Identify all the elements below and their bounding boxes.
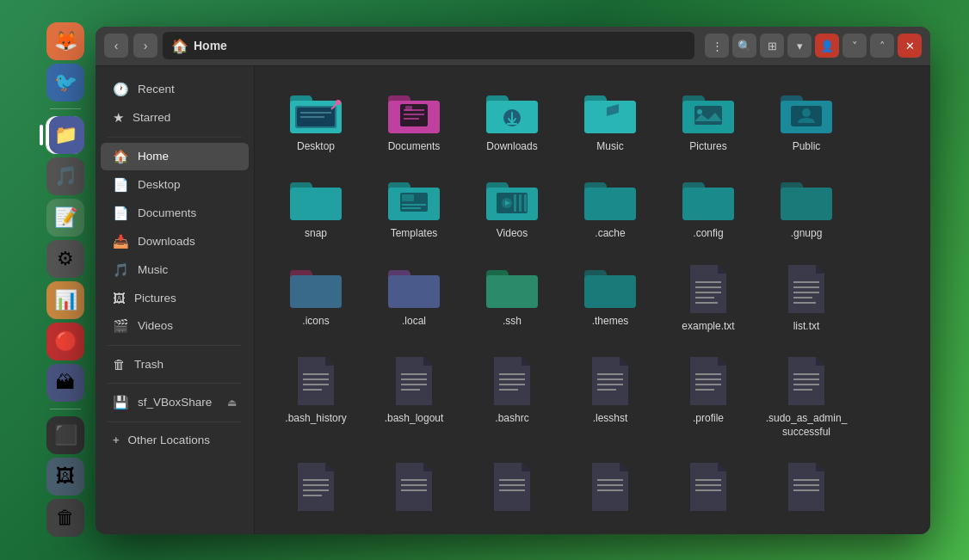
dock-icon-settings[interactable]: ⚙ — [46, 240, 84, 278]
recent-icon: 🕐 — [113, 82, 129, 97]
file-item-gnupg[interactable]: .gnupg — [759, 167, 854, 248]
text-file-icon-profile — [687, 355, 730, 407]
text-file-icon-example — [687, 263, 730, 315]
file-label: .gnupg — [791, 227, 823, 241]
text-file-icon-list — [785, 263, 828, 315]
dock-icon-libreoffice[interactable]: 📊 — [46, 281, 84, 319]
sidebar-item-videos[interactable]: 🎬 Videos — [101, 312, 249, 340]
search-button[interactable]: 🔍 — [732, 34, 756, 58]
dock-icon-thunderbird[interactable]: 🐦 — [46, 64, 84, 102]
folder-icon-cache — [583, 175, 638, 222]
file-item-config[interactable]: .config — [661, 167, 756, 248]
music-icon: 🎵 — [113, 262, 129, 278]
file-item-icons[interactable]: .icons — [268, 255, 363, 341]
text-file-icon-extra3 — [491, 461, 534, 513]
file-label: Templates — [391, 227, 438, 241]
sidebar-item-vboxshare[interactable]: 💾 sf_VBoxShare ⏏ — [101, 389, 249, 416]
sidebar-item-trash[interactable]: 🗑 Trash — [101, 351, 249, 378]
home-icon: 🏠 — [171, 38, 188, 54]
file-item-snap[interactable]: snap — [268, 167, 363, 248]
folder-icon-snap — [288, 175, 343, 222]
address-bar[interactable]: 🏠 Home — [163, 32, 694, 59]
file-item-lesshst[interactable]: .lesshst — [563, 347, 657, 446]
svg-point-19 — [802, 108, 811, 117]
file-item-list-txt[interactable]: list.txt — [759, 255, 854, 341]
dock-icon-firefox[interactable]: 🦊 — [46, 22, 84, 60]
file-item-documents[interactable]: Documents — [367, 80, 461, 161]
videos-icon: 🎬 — [113, 318, 129, 334]
svg-rect-28 — [524, 194, 527, 212]
file-label: Public — [793, 140, 821, 154]
main-content: 🕐 Recent ★ Starred 🏠 Home 📄 Desktop 📄 Do… — [96, 66, 930, 534]
text-file-icon-extra6 — [785, 461, 828, 513]
chevron-down-button[interactable]: ˅ — [842, 34, 867, 58]
dock-icon-mountainduck[interactable]: 🏔 — [46, 364, 84, 402]
file-item-extra5[interactable] — [661, 452, 756, 525]
sidebar-item-starred[interactable]: ★ Starred — [101, 104, 249, 132]
starred-icon: ★ — [113, 110, 124, 126]
sidebar-item-documents[interactable]: 📄 Documents — [101, 200, 249, 227]
file-item-extra2[interactable] — [367, 452, 461, 525]
file-label: .icons — [302, 315, 329, 329]
text-file-icon-bash-logout — [392, 355, 435, 407]
file-item-sudo-successful[interactable]: .sudo_as_admin_successful — [759, 347, 854, 446]
sidebar-item-home[interactable]: 🏠 Home — [101, 143, 249, 170]
sidebar-item-desktop[interactable]: 📄 Desktop — [101, 171, 249, 199]
file-item-videos[interactable]: Videos — [465, 167, 559, 248]
dock-separator-1 — [50, 108, 81, 109]
file-item-extra6[interactable] — [759, 452, 854, 525]
avatar-button[interactable]: 👤 — [815, 34, 839, 58]
files-grid: Desktop Documents — [268, 80, 917, 526]
dock-icon-docs[interactable]: 📝 — [46, 199, 84, 237]
file-item-extra3[interactable] — [465, 452, 559, 525]
file-label: .config — [693, 227, 723, 241]
sidebar-item-pictures[interactable]: 🖼 Pictures — [101, 285, 249, 311]
file-item-desktop[interactable]: Desktop — [268, 80, 363, 161]
sidebar-item-recent[interactable]: 🕐 Recent — [101, 76, 249, 103]
view-dropdown-button[interactable]: ▾ — [787, 34, 812, 58]
file-item-bashrc[interactable]: .bashrc — [465, 347, 559, 446]
file-item-bash-history[interactable]: .bash_history — [268, 347, 363, 446]
sidebar-label-home: Home — [138, 150, 169, 163]
sidebar-separator-2 — [108, 345, 242, 346]
dock-icon-terminal[interactable]: ⬛ — [46, 416, 84, 454]
file-item-downloads[interactable]: Downloads — [465, 80, 559, 161]
file-item-profile[interactable]: .profile — [661, 347, 756, 446]
svg-rect-16 — [694, 106, 722, 125]
forward-button[interactable]: › — [133, 34, 157, 58]
file-item-themes[interactable]: .themes — [563, 255, 657, 341]
file-item-bash-logout[interactable]: .bash_logout — [367, 347, 461, 446]
file-item-ssh[interactable]: .ssh — [465, 255, 559, 341]
file-item-cache[interactable]: .cache — [563, 167, 657, 248]
svg-point-4 — [336, 100, 341, 105]
eject-icon[interactable]: ⏏ — [227, 397, 237, 409]
folder-icon-themes — [583, 263, 638, 310]
svg-rect-5 — [400, 104, 428, 126]
dock-icon-trash[interactable]: 🗑 — [46, 499, 84, 537]
file-manager-window: ‹ › 🏠 Home ⋮ 🔍 ⊞ ▾ 👤 ˅ ˄ ✕ 🕐 Recent ★ — [96, 27, 930, 534]
file-item-extra4[interactable] — [563, 452, 657, 525]
sidebar-label-starred: Starred — [133, 111, 170, 124]
file-item-extra1[interactable] — [268, 452, 363, 525]
back-button[interactable]: ‹ — [104, 34, 128, 58]
sidebar-item-music[interactable]: 🎵 Music — [101, 256, 249, 284]
files-area: Desktop Documents — [255, 66, 930, 534]
sidebar-item-other[interactable]: + Other Locations — [101, 428, 249, 452]
sidebar-item-downloads[interactable]: 📥 Downloads — [101, 228, 249, 255]
dock-icon-files[interactable]: 📁 — [46, 116, 84, 154]
file-item-music[interactable]: Music — [563, 80, 657, 161]
file-item-templates[interactable]: Templates — [367, 167, 461, 248]
menu-button[interactable]: ⋮ — [705, 34, 729, 58]
dock-icon-rhythmbox[interactable]: 🎵 — [46, 157, 84, 195]
chevron-up-button[interactable]: ˄ — [870, 34, 894, 58]
svg-point-14 — [602, 120, 608, 126]
dock-icon-shotwell[interactable]: 🖼 — [46, 458, 84, 495]
dock-icon-liferea[interactable]: 🔴 — [46, 323, 84, 360]
file-item-example-txt[interactable]: example.txt — [661, 255, 756, 341]
file-item-public[interactable]: Public — [759, 80, 854, 161]
view-toggle-button[interactable]: ⊞ — [760, 34, 784, 58]
close-button[interactable]: ✕ — [898, 34, 922, 58]
file-item-pictures[interactable]: Pictures — [661, 80, 756, 161]
home-sidebar-icon: 🏠 — [113, 149, 129, 164]
file-item-local[interactable]: .local — [367, 255, 461, 341]
